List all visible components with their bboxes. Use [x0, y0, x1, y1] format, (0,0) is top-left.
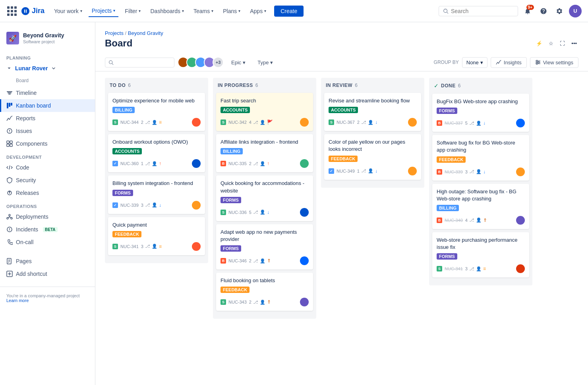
kanban-card[interactable]: Revise and streamline booking flow ACCOU…: [324, 93, 421, 131]
card-tag: FEEDBACK: [112, 231, 141, 237]
sidebar-item-pages[interactable]: Pages: [0, 255, 95, 268]
group-by-label: GROUP BY: [434, 60, 459, 65]
issue-type-icon: ✓: [329, 168, 334, 174]
gear-icon: [556, 8, 563, 15]
create-button[interactable]: Create: [274, 6, 304, 17]
card-id: NUC-346: [228, 258, 247, 263]
card-footer: S NUC-342 4 ⎇ 👤 🚩: [220, 118, 309, 127]
card-footer: S NUC-344 2 ⎇ 👤 ≡: [112, 118, 201, 127]
card-assignee-avatar: [300, 256, 309, 265]
search-box[interactable]: [439, 6, 518, 16]
card-tag: FEEDBACK: [329, 156, 358, 162]
svg-line-15: [9, 166, 10, 169]
nav-plans[interactable]: Plans ▾: [220, 6, 244, 17]
nav-your-work[interactable]: Your work ▾: [51, 6, 85, 17]
svg-point-26: [9, 231, 10, 231]
kanban-card[interactable]: Fluid booking on tablets FEEDBACK S NUC-…: [216, 273, 313, 311]
card-footer: B NUC-346 2 ⎇ 👤 ⇑: [220, 256, 309, 265]
lightning-button[interactable]: ⚡: [534, 39, 544, 48]
top-navigation: Jira Your work ▾ Projects ▾ Filter ▾ Das…: [0, 0, 588, 22]
sidebar-footer: You're in a company-managed project Lear…: [0, 287, 95, 309]
svg-point-40: [538, 62, 540, 63]
epic-filter[interactable]: Epic ▾: [227, 57, 250, 68]
insights-button[interactable]: Insights: [491, 57, 527, 68]
star-button[interactable]: ☆: [547, 39, 555, 48]
card-assignee-avatar: [300, 118, 309, 127]
jira-logo[interactable]: Jira: [21, 6, 44, 16]
settings-button[interactable]: [553, 5, 566, 17]
sidebar-item-deployments[interactable]: Deployments: [0, 210, 95, 223]
svg-point-19: [7, 218, 8, 219]
fullscreen-button[interactable]: ⛶: [558, 39, 567, 48]
page-title: Board: [105, 38, 132, 49]
card-title: Web-store purchasing performance issue f…: [437, 237, 525, 251]
kanban-card[interactable]: Adapt web app no new payments provider F…: [216, 224, 313, 270]
search-input[interactable]: [451, 8, 507, 14]
card-id: NUC-341: [445, 266, 463, 271]
board-search[interactable]: [105, 58, 174, 67]
col-count: 6: [128, 83, 131, 88]
card-assignee-avatar: [300, 298, 309, 306]
sidebar-item-releases[interactable]: Releases: [0, 187, 95, 199]
kanban-card[interactable]: Optimize experience for mobile web BILLI…: [108, 93, 205, 131]
done-check-icon: ✓: [434, 83, 439, 89]
sidebar-item-code[interactable]: Code: [0, 161, 95, 174]
kanban-card[interactable]: BugFix BG Web-store app crashing FORMS B…: [432, 94, 529, 132]
svg-rect-6: [9, 103, 10, 107]
card-title: BugFix BG Web-store app crashing: [437, 98, 525, 105]
nav-dashboards[interactable]: Dashboards ▾: [147, 6, 187, 17]
kanban-card[interactable]: Billing system integration - frontend FO…: [108, 175, 205, 214]
avatar-more[interactable]: +3: [213, 57, 224, 68]
sidebar-item-security[interactable]: Security: [0, 174, 95, 187]
kanban-card[interactable]: Affiliate links integration - frontend B…: [216, 134, 313, 172]
sidebar-item-reports[interactable]: Reports: [0, 112, 95, 125]
sidebar-item-oncall[interactable]: On-call: [0, 236, 95, 248]
card-title: High outage: Software bug fix - BG Web-s…: [437, 188, 525, 202]
nav-apps[interactable]: Apps ▾: [247, 6, 269, 17]
sidebar-item-add-shortcut[interactable]: Add shortcut: [0, 268, 95, 280]
col-header: ✓ DONE 6: [432, 83, 529, 89]
issue-type-icon: S: [112, 119, 118, 125]
kanban-card[interactable]: Software bug fix for BG Web-store app cr…: [432, 135, 529, 180]
kanban-card[interactable]: Fast trip search ACCOUNTS S NUC-342 4 ⎇ …: [216, 93, 313, 131]
lunar-rover-dropdown[interactable]: Lunar Rover: [0, 62, 95, 75]
more-button[interactable]: •••: [570, 39, 578, 48]
svg-point-20: [11, 218, 12, 219]
kanban-card[interactable]: Color of pale yellow on our pages looks …: [324, 134, 421, 179]
issue-type-icon: B: [220, 161, 226, 166]
view-settings-button[interactable]: View settings: [530, 57, 578, 68]
kanban-card[interactable]: Quick booking for accommodations - websi…: [216, 175, 313, 221]
card-footer: S NUC-336 5 ⎇ 👤 ↓: [220, 208, 309, 217]
card-footer: S NUC-341 3 ⎇ 👤 ≡: [437, 264, 525, 273]
sidebar-item-incidents[interactable]: Incidents BETA: [0, 223, 95, 236]
card-assignee-avatar: [408, 167, 417, 175]
nav-teams[interactable]: Teams ▾: [190, 6, 217, 17]
learn-more-link[interactable]: Learn more: [6, 298, 89, 303]
kanban-card[interactable]: High outage: Software bug fix - BG Web-s…: [432, 184, 529, 229]
card-id: NUC-339: [445, 169, 463, 174]
breadcrumb-projects[interactable]: Projects: [105, 30, 124, 36]
issue-type-icon: S: [112, 244, 118, 249]
breadcrumb-project[interactable]: Beyond Gravity: [128, 30, 163, 36]
sidebar-item-timeline[interactable]: Timeline: [0, 87, 95, 99]
card-title: Optimize experience for mobile web: [112, 97, 201, 104]
group-by-select[interactable]: None ▾: [462, 57, 487, 68]
card-id: NUC-344: [120, 120, 139, 125]
board-search-input[interactable]: [115, 60, 171, 65]
sidebar-item-issues[interactable]: Issues: [0, 125, 95, 137]
card-meta: 3 ⎇ 👤 ≡: [141, 244, 190, 249]
notifications-button[interactable]: 9+: [521, 5, 534, 17]
type-filter[interactable]: Type ▾: [253, 57, 277, 68]
sidebar-item-kanban[interactable]: Kanban board: [0, 99, 95, 112]
kanban-card[interactable]: Quick payment FEEDBACK S NUC-341 3 ⎇ 👤 ≡: [108, 217, 205, 255]
notification-badge: 9+: [526, 5, 534, 10]
user-avatar[interactable]: U: [569, 5, 582, 17]
sidebar-item-components[interactable]: Components: [0, 137, 95, 150]
card-meta: 1 ⎇ 👤 ↓: [357, 168, 406, 174]
help-button[interactable]: [537, 5, 550, 17]
kanban-card[interactable]: Web-store purchasing performance issue f…: [432, 232, 529, 277]
nav-projects[interactable]: Projects ▾: [89, 5, 119, 17]
kanban-card[interactable]: Onboard workout options (OWO) ACCOUNTS ✓…: [108, 134, 205, 172]
nav-filter[interactable]: Filter ▾: [122, 6, 144, 17]
apps-launcher[interactable]: [6, 6, 17, 17]
